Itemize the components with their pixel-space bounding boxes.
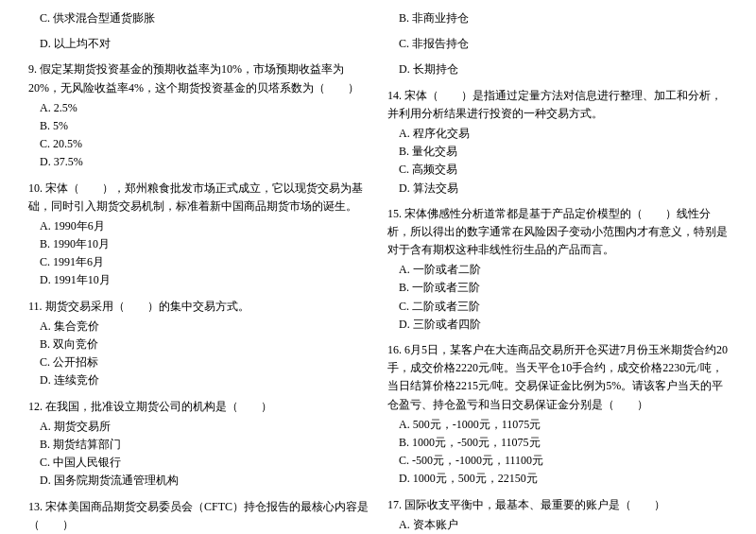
page-content: C. 供求混合型通货膨胀 D. 以上均不对 9. 假定某期货投资基金的预期收益率…	[28, 9, 728, 534]
q11-option-b: B. 双向竞价	[28, 336, 369, 353]
q15-option-b: B. 一阶或者三阶	[387, 279, 728, 297]
q16-option-b: B. 1000元，-500元，11075元	[387, 434, 728, 452]
option-text: C. 非报告持仓	[387, 35, 728, 53]
left-column: C. 供求混合型通货膨胀 D. 以上均不对 9. 假定某期货投资基金的预期收益率…	[28, 9, 369, 534]
q10-option-b: B. 1990年10月	[28, 235, 369, 253]
option-b-noncommercial: B. 非商业持仓	[387, 9, 728, 27]
option-text: B. 非商业持仓	[387, 9, 728, 27]
q10-text: 10. 宋体（ ），郑州粮食批发市场正式成立，它以现货交易为基础，同时引入期货交…	[28, 180, 369, 215]
q10-option-a: A. 1990年6月	[28, 217, 369, 235]
q11-text: 11. 期货交易采用（ ）的集中交易方式。	[28, 298, 369, 316]
q10-option-c: C. 1991年6月	[28, 253, 369, 271]
q12-option-c: C. 中国人民银行	[28, 454, 369, 472]
q14-option-c: C. 高频交易	[387, 161, 728, 179]
option-text: D. 以上均不对	[28, 35, 369, 53]
question-14: 14. 宋体（ ）是指通过定量方法对信息进行整理、加工和分析，并利用分析结果进行…	[387, 87, 728, 198]
q12-text: 12. 在我国，批准设立期货公司的机构是（ ）	[28, 398, 369, 416]
q10-option-d: D. 1991年10月	[28, 271, 369, 289]
right-column: B. 非商业持仓 C. 非报告持仓 D. 长期持仓 14. 宋体（ ）是指通过定…	[387, 9, 728, 534]
q9-option-a: A. 2.5%	[28, 99, 369, 117]
question-13: 13. 宋体美国商品期货交易委员会（CFTC）持仓报告的最核心内容是（ ） A.…	[28, 498, 369, 535]
question-16: 16. 6月5日，某客户在大连商品交易所开仓买进7月份玉米期货合约20手，成交价…	[387, 341, 728, 489]
q12-option-b: B. 期货结算部门	[28, 436, 369, 454]
q16-option-a: A. 500元，-1000元，11075元	[387, 416, 728, 434]
q11-option-c: C. 公开招标	[28, 353, 369, 371]
q12-option-a: A. 期货交易所	[28, 418, 369, 436]
q14-option-d: D. 算法交易	[387, 180, 728, 198]
option-d-none: D. 以上均不对	[28, 35, 369, 53]
q11-option-a: A. 集合竞价	[28, 318, 369, 336]
q14-option-b: B. 量化交易	[387, 143, 728, 161]
q15-option-d: D. 三阶或者四阶	[387, 316, 728, 334]
q17-text: 17. 国际收支平衡中，最基本、最重要的账户是（ ）	[387, 496, 728, 514]
q16-text: 16. 6月5日，某客户在大连商品交易所开仓买进7月份玉米期货合约20手，成交价…	[387, 341, 728, 414]
question-15: 15. 宋体佛感性分析道常都是基于产品定价模型的（ ）线性分析，所以得出的数字通…	[387, 205, 728, 334]
option-c-nonreport: C. 非报告持仓	[387, 35, 728, 53]
q15-text: 15. 宋体佛感性分析道常都是基于产品定价模型的（ ）线性分析，所以得出的数字通…	[387, 205, 728, 260]
q9-option-c: C. 20.5%	[28, 135, 369, 153]
q12-option-d: D. 国务院期货流通管理机构	[28, 472, 369, 490]
q13-text: 13. 宋体美国商品期货交易委员会（CFTC）持仓报告的最核心内容是（ ）	[28, 498, 369, 534]
q15-option-c: C. 二阶或者三阶	[387, 298, 728, 316]
question-12: 12. 在我国，批准设立期货公司的机构是（ ） A. 期货交易所 B. 期货结算…	[28, 398, 369, 491]
q16-option-d: D. 1000元，500元，22150元	[387, 470, 728, 488]
q15-option-a: A. 一阶或者二阶	[387, 261, 728, 279]
option-text: C. 供求混合型通货膨胀	[28, 9, 369, 27]
question-9: 9. 假定某期货投资基金的预期收益率为10%，市场预期收益率为20%，无风险收益…	[28, 60, 369, 171]
two-column-layout: C. 供求混合型通货膨胀 D. 以上均不对 9. 假定某期货投资基金的预期收益率…	[28, 9, 728, 534]
question-10: 10. 宋体（ ），郑州粮食批发市场正式成立，它以现货交易为基础，同时引入期货交…	[28, 180, 369, 290]
q14-option-a: A. 程序化交易	[387, 125, 728, 143]
q17-option-a: A. 资本账户	[387, 516, 728, 534]
question-11: 11. 期货交易采用（ ）的集中交易方式。 A. 集合竞价 B. 双向竞价 C.…	[28, 298, 369, 390]
q9-text: 9. 假定某期货投资基金的预期收益率为10%，市场预期收益率为20%，无风险收益…	[28, 60, 369, 96]
q11-option-d: D. 连续竞价	[28, 371, 369, 389]
q9-option-d: D. 37.5%	[28, 153, 369, 171]
option-text: D. 长期持仓	[387, 60, 728, 78]
q16-option-c: C. -500元，-1000元，11100元	[387, 452, 728, 470]
option-c-supply: C. 供求混合型通货膨胀	[28, 9, 369, 27]
question-17: 17. 国际收支平衡中，最基本、最重要的账户是（ ） A. 资本账户 B. 经常…	[387, 496, 728, 535]
option-d-longterm: D. 长期持仓	[387, 60, 728, 78]
q9-option-b: B. 5%	[28, 117, 369, 135]
q14-text: 14. 宋体（ ）是指通过定量方法对信息进行整理、加工和分析，并利用分析结果进行…	[387, 87, 728, 123]
